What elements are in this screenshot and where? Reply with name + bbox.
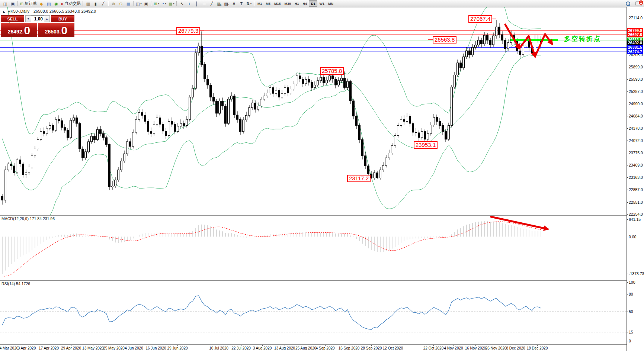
candlestick-chart-button[interactable]: ▮ bbox=[92, 1, 99, 7]
date-label[interactable]: 10 Jul 2020 bbox=[209, 346, 228, 350]
price-annotation-25785.8[interactable]: 25785.8 bbox=[320, 67, 344, 75]
profile-icon: ▤ bbox=[47, 1, 51, 7]
date-label[interactable]: 25 Aug 2020 bbox=[295, 346, 316, 350]
chart-preview-button[interactable]: ▣ bbox=[9, 1, 16, 7]
zoom-in-button[interactable]: ⊕ bbox=[110, 1, 117, 7]
volume-up-icon[interactable]: ▲ bbox=[44, 15, 50, 22]
new-chart-button[interactable]: ◫ bbox=[1, 1, 9, 7]
date-label[interactable]: 8 Dec 2020 bbox=[506, 346, 525, 350]
timeframe-d1-button[interactable]: D1 bbox=[309, 0, 318, 7]
date-label[interactable]: 4 Mar 2020 bbox=[0, 346, 18, 350]
price-axis-tick: 24072.0 bbox=[629, 138, 643, 143]
timeframe-m15-button[interactable]: M15 bbox=[272, 1, 283, 6]
dropdown-caret-icon: ▾ bbox=[165, 2, 166, 5]
period-button[interactable]: ◔▾ bbox=[160, 1, 168, 7]
date-label[interactable]: 13 May 2020 bbox=[82, 346, 104, 350]
volume-stepper[interactable]: ▼ 1.00 ▲ bbox=[25, 15, 50, 22]
buy-price[interactable]: 26503.0 bbox=[38, 23, 74, 37]
price-macd-separator[interactable] bbox=[0, 215, 627, 216]
add-indicator-button[interactable]: ⊞▾ bbox=[153, 1, 160, 7]
timeframe-h1-button[interactable]: H1 bbox=[293, 1, 301, 6]
autotrading-button[interactable]: ●自动交易 bbox=[60, 1, 81, 7]
text-icon: A bbox=[233, 1, 235, 7]
fibonacci-button[interactable]: ▨F bbox=[223, 1, 230, 7]
arrows-button[interactable]: ⇅▾ bbox=[245, 1, 253, 7]
date-label[interactable]: 25 May 2020 bbox=[103, 346, 125, 350]
buy-price-big: 0 bbox=[61, 25, 68, 36]
date-label[interactable]: 18 Dec 2020 bbox=[527, 346, 548, 350]
horizontal-line-button[interactable]: ─ bbox=[201, 1, 208, 7]
search-icon[interactable] bbox=[626, 1, 630, 6]
cursor-button[interactable]: ↖ bbox=[178, 1, 186, 7]
date-label[interactable]: 29 Jun 2020 bbox=[167, 346, 188, 350]
date-label[interactable]: 13 Aug 2020 bbox=[274, 346, 295, 350]
price-axis[interactable]: 641.150.00-1373.73100805015027114.026205… bbox=[627, 7, 644, 351]
timeframe-m1-button[interactable]: M1 bbox=[256, 1, 264, 6]
tile-windows-button[interactable]: ▦ bbox=[125, 1, 132, 7]
annotation-callout-tick bbox=[491, 19, 496, 19]
macd-rsi-separator[interactable] bbox=[0, 280, 627, 281]
timeframe-m5-button[interactable]: M5 bbox=[264, 1, 272, 6]
date-label[interactable]: 4 Jun 2020 bbox=[125, 346, 143, 350]
template-button[interactable]: ▦▾ bbox=[168, 1, 175, 7]
price-annotation-27067.4[interactable]: 27067.4 bbox=[468, 15, 492, 23]
date-label[interactable]: 22 Jul 2020 bbox=[231, 346, 251, 350]
price-annotation-23117.2[interactable]: 23117.2 bbox=[347, 175, 371, 182]
date-label[interactable]: 16 Nov 2020 bbox=[465, 346, 486, 350]
data-window-button[interactable]: ▣ bbox=[142, 1, 150, 7]
volume-value[interactable]: 1.00 bbox=[31, 16, 44, 22]
annotation-callout-tick bbox=[428, 39, 433, 40]
macd-trend-arrow[interactable] bbox=[491, 217, 548, 229]
price-annotation-26563.8[interactable]: 26563.8 bbox=[433, 36, 456, 44]
vertical-line-button[interactable]: │ bbox=[193, 1, 201, 7]
buy-button[interactable]: BUY bbox=[51, 15, 74, 22]
macd-panel[interactable] bbox=[0, 216, 627, 280]
date-label[interactable]: 17 Apr 2020 bbox=[39, 346, 59, 350]
market-watch-icon: ◫ bbox=[136, 1, 140, 7]
date-axis[interactable]: 4 Mar 20203 Apr 202017 Apr 202029 Apr 20… bbox=[0, 345, 627, 351]
timeframe-h4-button[interactable]: H4 bbox=[301, 1, 309, 6]
text-button[interactable]: A bbox=[230, 1, 238, 7]
equidistant-channel-button[interactable]: ▨E bbox=[215, 1, 223, 7]
zigzag-arrow-segment[interactable] bbox=[545, 34, 552, 44]
date-label[interactable]: 16 Sep 2020 bbox=[339, 346, 360, 350]
new-order-button[interactable]: ⊞新订单 bbox=[19, 1, 38, 7]
market-watch-button[interactable]: ◫▾ bbox=[135, 1, 142, 7]
eraser-button[interactable]: ◆ bbox=[38, 1, 45, 7]
line-chart-button[interactable]: ╱ bbox=[99, 1, 107, 7]
date-label[interactable]: 22 Oct 2020 bbox=[423, 346, 443, 350]
toolbar-separator bbox=[17, 1, 18, 6]
notifications-icon[interactable]: 1 bbox=[635, 1, 642, 6]
date-label[interactable]: 26 Nov 2020 bbox=[486, 346, 507, 350]
volume-down-icon[interactable]: ▼ bbox=[25, 15, 31, 22]
date-label[interactable]: 16 Jun 2020 bbox=[145, 346, 166, 350]
timeframe-m30-button[interactable]: M30 bbox=[282, 1, 293, 6]
sell-button[interactable]: SELL bbox=[1, 15, 24, 22]
sell-price[interactable]: 26492.0 bbox=[1, 23, 37, 37]
zoom-out-button[interactable]: ⊖ bbox=[117, 1, 125, 7]
date-label[interactable]: 3 Aug 2020 bbox=[253, 346, 272, 350]
signal-icon: ◉ bbox=[54, 1, 58, 7]
date-label[interactable]: 4 Nov 2020 bbox=[444, 346, 463, 350]
text-label-button[interactable]: T bbox=[238, 1, 245, 7]
trendline-button[interactable]: ╱ bbox=[208, 1, 215, 7]
price-axis-tick: 24684.0 bbox=[629, 114, 643, 118]
date-label[interactable]: 4 Sep 2020 bbox=[315, 346, 334, 350]
date-label[interactable]: 3 Apr 2020 bbox=[18, 346, 36, 350]
profile-button[interactable]: ▤ bbox=[45, 1, 52, 7]
date-label[interactable]: 28 Sep 2020 bbox=[361, 346, 382, 350]
price-annotation-26779.3[interactable]: 26779.3 bbox=[176, 27, 200, 35]
date-label[interactable]: 29 Apr 2020 bbox=[61, 346, 81, 350]
rsi-panel[interactable] bbox=[0, 281, 627, 344]
rsi-axis-tick: 0 bbox=[629, 339, 631, 343]
timeframe-mn-button[interactable]: MN bbox=[326, 1, 335, 6]
price-chart[interactable] bbox=[0, 7, 627, 215]
turning-point-annotation[interactable]: 多空转折点 bbox=[564, 35, 601, 43]
timeframe-w1-button[interactable]: W1 bbox=[317, 1, 326, 6]
price-annotation-23953.1[interactable]: 23953.1 bbox=[414, 141, 438, 149]
date-label[interactable]: 12 Oct 2020 bbox=[383, 346, 403, 350]
bar-chart-button[interactable]: ▥ bbox=[84, 1, 92, 7]
crosshair-button[interactable]: + bbox=[186, 1, 193, 7]
zigzag-arrow-segment[interactable] bbox=[535, 34, 545, 57]
signal-button[interactable]: ◉ bbox=[52, 1, 60, 7]
